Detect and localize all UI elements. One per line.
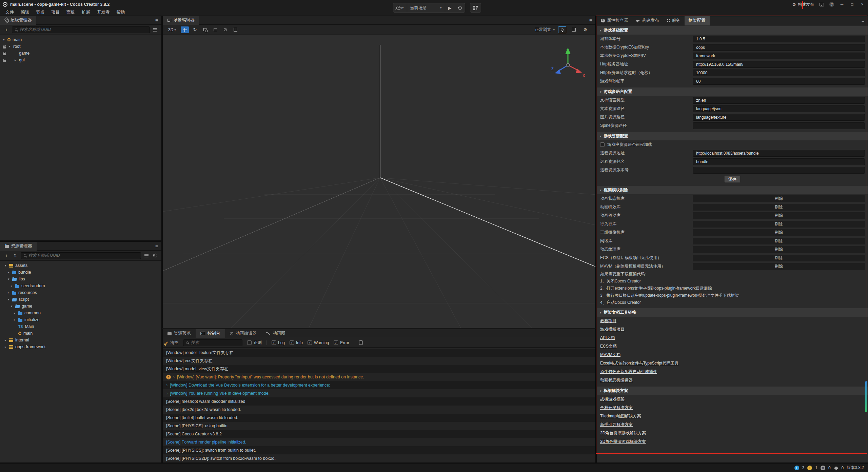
- asset-node[interactable]: internal: [0, 337, 161, 343]
- hierarchy-node[interactable]: main: [0, 36, 161, 43]
- warning-count-icon[interactable]: !: [807, 466, 812, 470]
- maximize-button[interactable]: □: [850, 2, 854, 7]
- doc-link[interactable]: 教程项目: [600, 318, 616, 324]
- bell-icon[interactable]: [834, 467, 838, 469]
- remove-module-button[interactable]: 剔除: [693, 263, 865, 270]
- scene-settings-button[interactable]: ⚙: [581, 26, 589, 33]
- info-count-icon[interactable]: i: [794, 466, 799, 470]
- tab-hierarchy[interactable]: 层级管理器: [0, 16, 36, 25]
- expand-chevron-icon[interactable]: [8, 271, 12, 274]
- log-entry[interactable]: [Window] ecs文件夹存在: [163, 357, 595, 365]
- text-input[interactable]: oops: [693, 44, 865, 51]
- section-header[interactable]: ▾ 框架模块剔除: [597, 186, 868, 194]
- panel-menu-icon[interactable]: ≡: [862, 18, 864, 23]
- log-entry[interactable]: [Scene] Forward render pipeline initiali…: [163, 438, 595, 446]
- rect-tool-button[interactable]: [211, 26, 219, 33]
- solution-link[interactable]: Tiledmap地图解决方案: [600, 413, 641, 419]
- remove-module-button[interactable]: 剔除: [693, 238, 865, 244]
- scene-select-dropdown[interactable]: 当前场景 ▾: [407, 3, 445, 12]
- scene-viewport[interactable]: Y X Z: [163, 35, 595, 328]
- text-input[interactable]: framework: [693, 53, 865, 59]
- refresh-icon[interactable]: [152, 252, 159, 259]
- asset-node[interactable]: assets: [0, 262, 161, 269]
- screenshot-icon[interactable]: [820, 3, 824, 6]
- scrollbar-thumb[interactable]: [865, 381, 867, 412]
- expand-chevron-icon[interactable]: [173, 375, 175, 379]
- move-tool-button[interactable]: [181, 26, 189, 33]
- expand-chevron-icon[interactable]: [166, 391, 167, 396]
- panel-menu-icon[interactable]: ≡: [155, 243, 158, 249]
- expand-chevron-icon[interactable]: [11, 304, 15, 308]
- asset-node[interactable]: libs: [0, 276, 161, 282]
- menu-edit[interactable]: 编辑: [17, 9, 33, 15]
- expand-chevron-icon[interactable]: [14, 318, 18, 321]
- log-entry[interactable]: [Window] [Vue warn]: Property "onInput" …: [163, 373, 595, 381]
- log-entry[interactable]: [Window] You are running Vue in developm…: [163, 389, 595, 397]
- section-header[interactable]: ▾ 游戏资源配置: [597, 132, 868, 140]
- hierarchy-node[interactable]: game: [0, 50, 161, 57]
- play-button[interactable]: ▶: [445, 3, 455, 12]
- expand-chevron-icon[interactable]: [11, 284, 15, 288]
- snap-settings-button[interactable]: [232, 26, 240, 33]
- log-entry[interactable]: [Window] model_view文件夹存在: [163, 365, 595, 373]
- solution-link[interactable]: 3D角色扮演游戏解决方案: [600, 439, 646, 445]
- tab-console[interactable]: 控制台: [196, 329, 225, 338]
- text-input[interactable]: zh,en: [693, 97, 865, 104]
- doc-link[interactable]: MVVM文档: [600, 352, 620, 358]
- expand-chevron-icon[interactable]: [9, 45, 13, 48]
- expand-chevron-icon[interactable]: [3, 38, 7, 41]
- log-level-checkbox[interactable]: Info: [290, 340, 303, 345]
- menu-panel[interactable]: 面板: [63, 9, 78, 15]
- log-entry[interactable]: [Scene] [PHYSICS]: switch from builtin t…: [163, 446, 595, 454]
- remove-module-button[interactable]: 剔除: [693, 212, 865, 219]
- build-publish-button[interactable]: ⚙ 构建发布: [792, 2, 814, 7]
- hierarchy-node[interactable]: gui: [0, 57, 161, 63]
- clear-console-button[interactable]: 清空: [166, 340, 178, 346]
- remove-module-button[interactable]: 剔除: [693, 246, 865, 253]
- log-level-checkbox[interactable]: Warning: [308, 340, 329, 345]
- text-input[interactable]: [693, 167, 865, 174]
- panel-menu-icon[interactable]: ≡: [589, 18, 592, 23]
- solution-link[interactable]: 2D角色扮演游戏解决方案: [600, 430, 646, 436]
- regex-checkbox[interactable]: 正则: [247, 340, 262, 346]
- remote-load-checkbox[interactable]: 游戏中资源是否远程加载: [597, 140, 868, 149]
- log-level-checkbox[interactable]: Log: [272, 340, 285, 345]
- tab-property-inspector[interactable]: 属性检查器: [597, 16, 632, 25]
- assets-search-input[interactable]: 搜索名称或 UUID: [21, 252, 141, 259]
- tab-animation-graph[interactable]: 动画图: [261, 329, 290, 338]
- remove-module-button[interactable]: 剔除: [693, 221, 865, 228]
- orientation-gizmo[interactable]: Y X Z: [549, 45, 587, 82]
- log-entry[interactable]: [Scene] Cocos Creator v3.8.2: [163, 430, 595, 438]
- remove-module-button[interactable]: 剔除: [693, 195, 865, 202]
- create-node-button[interactable]: +: [3, 26, 10, 33]
- doc-link[interactable]: Excel格式转Json文件与TypeScript代码工具: [600, 360, 678, 366]
- log-entry[interactable]: [Scene] [bullet]:bullet wasm lib loaded.: [163, 414, 595, 422]
- lighting-toggle-button[interactable]: [558, 26, 566, 33]
- remove-module-button[interactable]: 剔除: [693, 229, 865, 236]
- hierarchy-node[interactable]: root: [0, 43, 161, 50]
- log-entry[interactable]: [Scene] [box2d]:box2d wasm lib loaded.: [163, 406, 595, 414]
- menu-help[interactable]: 帮助: [113, 9, 129, 15]
- pivot-toggle-button[interactable]: [221, 26, 230, 33]
- expand-chevron-icon[interactable]: [14, 311, 18, 315]
- expand-chevron-icon[interactable]: [166, 383, 167, 388]
- menu-extension[interactable]: 扩展: [78, 9, 94, 15]
- expand-chevron-icon[interactable]: [8, 277, 12, 281]
- filter-icon[interactable]: [143, 252, 150, 259]
- expand-chevron-icon[interactable]: [5, 264, 9, 267]
- text-input[interactable]: language/texture: [693, 114, 865, 121]
- asset-node[interactable]: Main: [0, 323, 161, 330]
- view-grid-button[interactable]: [570, 26, 578, 33]
- log-level-checkbox[interactable]: Error: [334, 340, 349, 345]
- section-header[interactable]: ▾ 框架解决方案: [597, 387, 868, 395]
- help-icon[interactable]: ?: [829, 2, 834, 7]
- mode-3d-toggle[interactable]: 3D ▾: [165, 27, 179, 32]
- expand-chevron-icon[interactable]: [5, 345, 9, 349]
- tab-animation-editor[interactable]: 动画编辑器: [225, 329, 262, 338]
- hierarchy-search-input[interactable]: 搜索名称或 UUID: [12, 26, 150, 33]
- text-input[interactable]: language/json: [693, 105, 865, 112]
- preview-target-dropdown[interactable]: ▾: [393, 3, 407, 12]
- scale-tool-button[interactable]: [201, 26, 209, 33]
- text-input[interactable]: 10000: [693, 70, 865, 76]
- asset-node[interactable]: main: [0, 330, 161, 337]
